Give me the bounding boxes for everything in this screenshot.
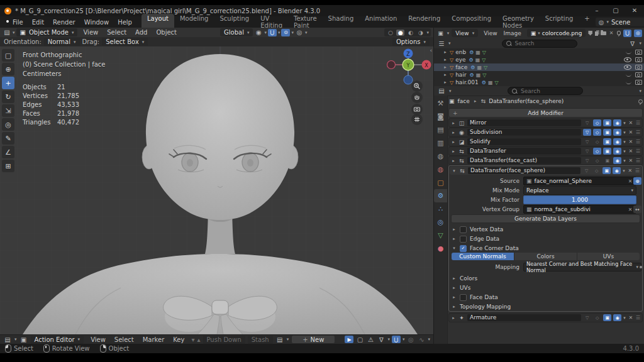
expand-arrow-icon[interactable]: ▸ [443,57,448,62]
stash-button[interactable]: Stash [248,336,273,344]
cage-toggle[interactable]: ◇ [593,314,601,321]
outliner-search-input[interactable] [514,40,573,47]
solid-shading-icon[interactable]: ● [396,30,404,36]
drag-handle-icon[interactable]: ☰ [636,120,640,126]
expand-arrow-icon[interactable]: ▸ [451,158,456,163]
viewport-visibility-toggle[interactable]: ▣ [603,157,611,164]
corner-data-tab[interactable]: Custom Normals [452,253,514,260]
box-select-icon[interactable]: ▢ [355,336,364,343]
collapse-arrow-icon[interactable]: ▾ [452,168,457,173]
editor-type-icon[interactable]: ▤ [3,336,12,343]
tool-button[interactable]: ⊞ [2,160,14,172]
outliner-item[interactable]: ▸ ▽ eye ⚙ ▦ ▽ [434,56,644,63]
vertex-group-field[interactable]: ▦ norma_face_subdivi ✕ [523,205,636,214]
character-head[interactable] [146,54,294,220]
drag-handle-icon[interactable]: ☰ [636,139,640,145]
section-checkbox[interactable]: ✓ [460,226,467,233]
expand-arrow-icon[interactable]: ▸ [452,295,457,300]
object-name[interactable]: hair [455,72,466,78]
delete-modifier-icon[interactable]: ✕ [628,129,634,135]
tool-button[interactable]: ∠ [2,146,14,158]
outliner-item[interactable]: ▸ ▽ hair.001 ⚙ ▦ ▽ [434,79,644,86]
modifier-row[interactable]: ▸ ◫ Mirror ▽ ◇ ▣ ◉ ▾ ✕ ☰ [448,118,643,128]
viewport-visibility-toggle[interactable]: ▣ [603,119,611,126]
viewport-menu-item[interactable]: Object [152,29,181,36]
extras-menu-icon[interactable]: ▾ [623,140,626,145]
properties-tab[interactable]: ▢ [434,176,447,189]
tool-button[interactable]: ▢ [2,49,14,62]
generate-data-layers-button[interactable]: Generate Data Layers [451,214,640,223]
properties-editor-icon[interactable]: ▤ [437,87,446,94]
modifier-row[interactable]: ▸ ⇆ DataTransfer ▽ ◇ ▣ ◉ ▾ ✕ ☰ [448,146,643,156]
drag-handle-icon[interactable]: ☰ [636,148,640,154]
expand-arrow-icon[interactable]: ▸ [452,304,457,309]
filter-funnel-icon[interactable]: ∇ [377,336,386,343]
properties-tab[interactable]: ● [434,242,447,255]
drag-handle-icon[interactable]: ☰ [636,158,640,163]
delete-modifier-icon[interactable]: ✕ [628,158,634,163]
visibility-eye-icon[interactable] [624,65,631,70]
extras-menu-icon[interactable]: ▾ [623,315,626,321]
expand-arrow-icon[interactable]: ▸ [451,140,456,145]
scene-selector[interactable]: ◍ ▾ Scene [596,18,644,26]
properties-tab[interactable]: ▽ [434,229,447,242]
expand-arrow-icon[interactable]: ▸ [443,50,448,55]
render-visibility-toggle[interactable]: ◉ [613,138,621,145]
properties-tab[interactable]: ⚒ [434,97,447,110]
chevron-down-icon[interactable]: ▾ [639,89,641,94]
delete-modifier-icon[interactable]: ✕ [628,139,634,145]
sub-section-header[interactable]: ▸ Face Data [452,293,640,301]
menu-item[interactable]: Edit [28,19,48,26]
armature-modifier-row[interactable]: ▸ ✦ Armature ▽ ◇ ▣ ◉ ▾ ✕ ☰ [448,313,643,322]
properties-tab[interactable]: ∴ [434,202,447,216]
tool-button[interactable]: ⇲ [2,104,14,117]
object-name[interactable]: face [455,64,467,70]
proportional-edit-icon[interactable]: ◎ [406,336,415,343]
modifier-name[interactable]: Subdivision [467,129,581,136]
visibility-eye-icon[interactable] [626,74,631,77]
clear-vertex-group-icon[interactable]: ✕ [627,207,633,212]
corner-data-tab[interactable]: UVs [577,253,640,260]
render-camera-icon[interactable] [635,57,642,62]
viewport-visibility-toggle[interactable]: ▣ [603,314,611,321]
properties-tab[interactable]: ◎ [434,216,447,229]
delete-modifier-icon[interactable]: ✕ [628,315,634,321]
breadcrumb-object[interactable]: face [458,98,470,104]
pin-icon[interactable] [617,31,621,35]
expand-arrow-icon[interactable]: ▸ [451,121,456,126]
close-button[interactable]: ✕ [625,5,644,16]
sub-section-header[interactable]: ▸ UVs [452,284,640,292]
active-modifier-header[interactable]: ▾ ⇆ DataTransfer(face_sphere) ▽ ◇ ▣ ◉ ▾ … [450,167,641,175]
modifier-name[interactable]: Solidify [467,138,581,145]
edit-mode-toggle[interactable]: ▽ [583,138,591,145]
action-menu-item[interactable]: Select [110,336,138,343]
expand-arrow-icon[interactable]: ▾ [452,246,457,251]
render-camera-icon[interactable] [635,80,642,85]
mix-factor-slider[interactable]: 1.000 [523,195,636,204]
normal-orientation-dropdown[interactable]: Normal ▾ [44,38,80,46]
render-visibility-toggle[interactable]: ◉ [613,119,621,126]
outliner-item[interactable]: ▸ ▽ hair ⚙ ▦ ▽ [434,71,644,79]
outliner-search[interactable] [502,40,577,48]
cage-toggle[interactable]: ◇ [593,148,601,155]
modifier-name[interactable]: DataTransfer(face_cast) [467,157,581,164]
edit-mode-toggle[interactable]: ▽ [583,157,591,164]
action-editor-dropdown[interactable]: Action Editor ▾ [31,336,84,344]
edit-mode-toggle[interactable]: ▽ [583,314,591,321]
maximize-button[interactable]: ▢ [606,5,625,16]
render-visibility-toggle[interactable]: ◉ [613,148,621,155]
expand-arrow-icon[interactable]: ▸ [451,130,456,135]
browse-down-icon[interactable]: ▾ [191,336,194,343]
tool-button[interactable]: + [2,77,14,89]
viewport-visibility-toggle[interactable]: ▣ [602,167,611,174]
viewport-3d[interactable]: ▤ ▾ ▣ Object Mode ▾ ViewSelectAddObject … [0,28,433,334]
proportional-edit-icon[interactable]: ◎ [295,29,304,36]
tool-button[interactable]: ⊕ [2,63,14,75]
new-action-button[interactable]: + New [291,335,335,344]
extras-menu-icon[interactable]: ▾ [623,130,626,135]
delete-modifier-icon[interactable]: ✕ [627,168,633,173]
gizmo-z-neg-axis[interactable] [404,75,413,84]
viewport-visibility-toggle[interactable]: ▣ [603,129,611,136]
sub-section-header[interactable]: ▸ Colors [452,275,640,282]
expand-arrow-icon[interactable]: ▸ [452,227,457,232]
